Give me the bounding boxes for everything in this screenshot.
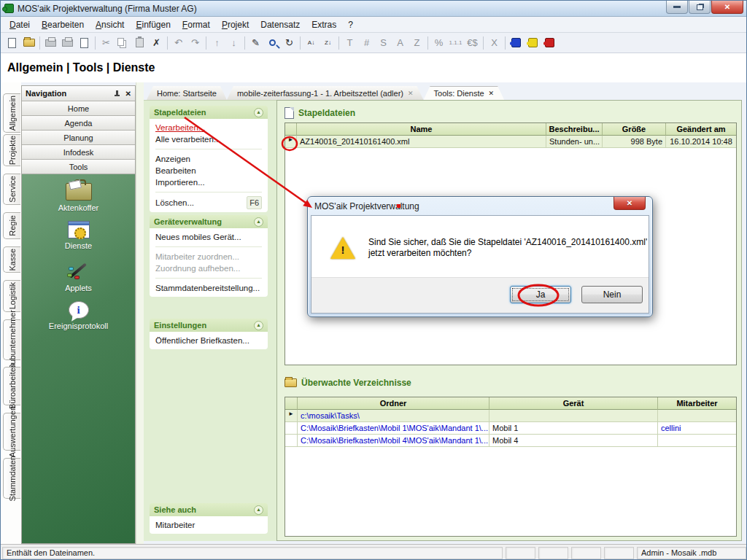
side-tab-auswertungen[interactable]: Auswertungen — [3, 413, 20, 451]
cut-icon[interactable]: ✂ — [98, 35, 115, 51]
percent-icon[interactable]: % — [430, 35, 447, 51]
paste-icon[interactable] — [131, 35, 148, 51]
link-oeffentlicher-briefkasten[interactable]: Öffentlicher Briefkasten... — [155, 335, 262, 346]
print-preview-icon[interactable] — [76, 35, 93, 51]
pin-icon[interactable] — [113, 90, 121, 98]
link-bearbeiten[interactable]: Bearbeiten — [155, 165, 262, 176]
side-tab-regie[interactable]: Regie — [3, 212, 20, 239]
cell-ordner[interactable]: C:\Mosaik\Briefkasten\Mobil 4\MOS'aik\Ma… — [298, 435, 489, 447]
copy-icon[interactable] — [115, 35, 131, 51]
link-stammdatenbereitstellung[interactable]: Stammdatenbereitstellung... — [155, 282, 262, 294]
delete-icon[interactable]: ✗ — [148, 35, 165, 51]
side-tab-bueroarbeiten[interactable]: Büroarbeiten — [3, 367, 20, 405]
print-report-icon[interactable] — [59, 35, 76, 51]
edit-formula-icon[interactable]: ✎ — [247, 35, 264, 51]
excel-export-icon[interactable]: X — [486, 35, 503, 51]
close-button[interactable]: ✕ — [711, 1, 743, 14]
nav-button-planung[interactable]: Planung — [22, 131, 135, 145]
a-format-icon[interactable]: A — [392, 35, 409, 51]
link-alle-verarbeiten[interactable]: Alle verarbeiten... — [155, 133, 262, 145]
sort-descending-icon[interactable]: Z↓ — [320, 35, 336, 51]
dialog-close-button[interactable]: ✕ — [614, 197, 646, 210]
cell-ordner[interactable]: c:\mosaik\Tasks\ — [298, 410, 489, 422]
nav-button-tools[interactable]: Tools — [22, 160, 135, 174]
currency-icon[interactable]: €$ — [464, 35, 481, 51]
minimize-button[interactable] — [666, 1, 688, 14]
applet-yellow-puzzle-icon[interactable] — [525, 35, 541, 51]
redo-icon[interactable]: ↷ — [187, 35, 204, 51]
menu-help[interactable]: ? — [342, 18, 359, 32]
nav-item-ereignisprotokoll[interactable]: i Ereignisprotokoll — [22, 301, 135, 330]
menu-format[interactable]: Format — [177, 18, 216, 32]
no-button[interactable]: Nein — [581, 286, 643, 303]
collapse-icon[interactable]: ▴ — [254, 321, 263, 330]
menu-datei[interactable]: Datei — [4, 18, 36, 32]
column-header-groesse[interactable]: Größe — [603, 123, 666, 136]
cell-ordner[interactable]: C:\Mosaik\Briefkasten\Mobil 1\MOS'aik\Ma… — [298, 422, 489, 435]
open-file-icon[interactable] — [20, 35, 37, 51]
tab-tools-dienste[interactable]: Tools: Dienste ✕ — [424, 86, 505, 100]
applet-red-puzzle-icon[interactable] — [541, 35, 558, 51]
cell-file-beschreibung[interactable]: Stunden- un... — [546, 136, 603, 148]
text-format-icon[interactable]: T — [341, 35, 358, 51]
z-format-icon[interactable]: Z — [409, 35, 425, 51]
cell-mitarbeiter[interactable]: cellini — [658, 422, 736, 435]
number-format-icon[interactable]: # — [358, 35, 375, 51]
s-format-icon[interactable]: S — [375, 35, 392, 51]
tab-home-startseite[interactable]: Home: Startseite — [147, 86, 227, 100]
column-header-geraet[interactable]: Gerät — [489, 397, 658, 410]
new-document-icon[interactable] — [4, 35, 20, 51]
applet-blue-puzzle-icon[interactable] — [508, 35, 525, 51]
side-tab-subunternehmer[interactable]: Subunternehmer — [3, 319, 20, 360]
side-tab-kasse[interactable]: Kasse — [3, 246, 20, 273]
nav-item-aktenkoffer[interactable]: Aktenkoffer — [22, 183, 135, 212]
print-icon[interactable] — [42, 35, 59, 51]
nav-button-agenda[interactable]: Agenda — [22, 116, 135, 131]
restore-button[interactable] — [689, 1, 711, 14]
row-selector-cell[interactable] — [285, 422, 298, 435]
side-tab-allgemein[interactable]: Allgemein — [3, 93, 20, 133]
link-verarbeiten[interactable]: Verarbeiten... — [155, 122, 262, 133]
sort-ascending-icon[interactable]: A↓ — [303, 35, 320, 51]
column-header-name[interactable]: Name — [297, 123, 546, 136]
cell-geraet[interactable] — [489, 410, 658, 422]
nav-button-home[interactable]: Home — [22, 101, 135, 116]
menu-ansicht[interactable]: Ansicht — [90, 18, 130, 32]
cell-geraet[interactable]: Mobil 1 — [489, 422, 658, 435]
collapse-icon[interactable]: ▴ — [254, 108, 263, 117]
tab-close-icon[interactable]: ✕ — [408, 90, 414, 97]
menu-bearbeiten[interactable]: Bearbeiten — [36, 18, 90, 32]
collapse-icon[interactable]: ▴ — [254, 217, 263, 227]
search-icon[interactable] — [264, 35, 281, 51]
move-down-icon[interactable]: ↓ — [225, 35, 242, 51]
cell-mitarbeiter[interactable] — [658, 410, 736, 422]
link-neues-mobiles-geraet[interactable]: Neues mobiles Gerät... — [155, 231, 262, 243]
yes-button[interactable]: Ja — [510, 286, 571, 303]
nav-item-applets[interactable]: Applets — [22, 259, 135, 292]
menu-einfuegen[interactable]: Einfügen — [130, 18, 176, 32]
tab-mobile-zeiterfassung[interactable]: mobile-zeiterfassung-1 - 1. Arbeitszette… — [227, 86, 424, 100]
row-selector-icon[interactable]: ► — [285, 136, 297, 148]
refresh-icon[interactable]: ↻ — [281, 35, 298, 51]
undo-icon[interactable]: ↶ — [170, 35, 187, 51]
link-loeschen[interactable]: Löschen... — [155, 197, 194, 209]
side-tab-stammdaten[interactable]: Stammdaten — [3, 458, 20, 499]
cell-file-name[interactable]: AZ140016_201410161400.xml — [297, 136, 546, 148]
move-up-icon[interactable]: ↑ — [209, 35, 225, 51]
column-header-ordner[interactable]: Ordner — [298, 397, 489, 410]
side-tab-projekte[interactable]: Projekte — [3, 134, 20, 166]
link-importieren[interactable]: Importieren... — [155, 176, 262, 188]
link-mitarbeiter[interactable]: Mitarbeiter — [155, 519, 262, 531]
menu-extras[interactable]: Extras — [306, 18, 342, 32]
cell-mitarbeiter[interactable] — [658, 435, 736, 447]
nav-button-infodesk[interactable]: Infodesk — [22, 145, 135, 160]
outline-numbering-icon[interactable]: 1.1.1 — [447, 35, 464, 51]
menu-datensatz[interactable]: Datensatz — [255, 18, 306, 32]
link-anzeigen[interactable]: Anzeigen — [155, 153, 262, 165]
row-selector-icon[interactable]: ► — [285, 410, 298, 422]
column-header-mitarbeiter[interactable]: Mitarbeiter — [658, 397, 736, 410]
column-header-beschreibung[interactable]: Beschreibu... — [546, 123, 603, 136]
cell-geraet[interactable]: Mobil 4 — [489, 435, 658, 447]
collapse-icon[interactable]: ▴ — [254, 505, 263, 515]
navigation-close-icon[interactable]: ✕ — [125, 90, 131, 98]
